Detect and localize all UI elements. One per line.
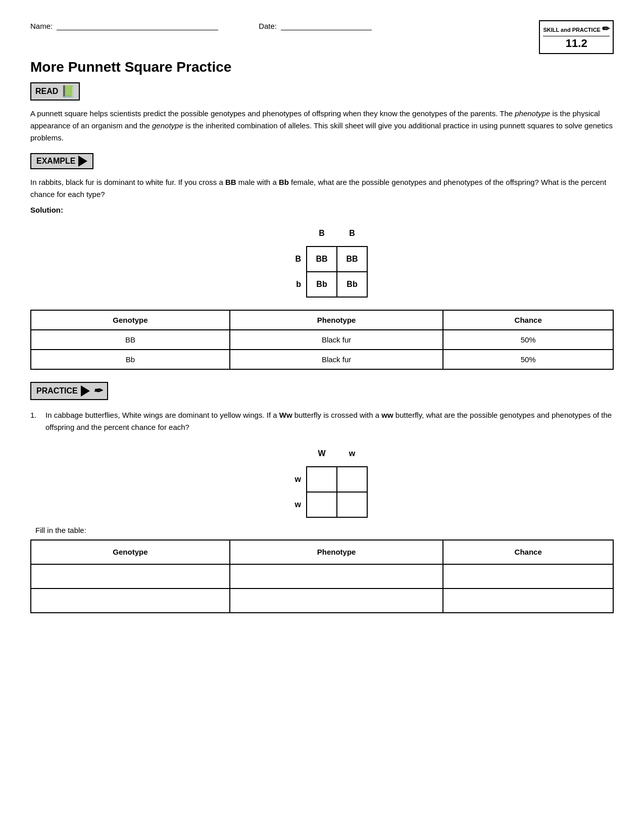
punnett-p1-row-label-2: w (276, 492, 307, 517)
punnett-example-area: B B B BB BB b Bb Bb (30, 221, 614, 298)
example-box: EXAMPLE (30, 153, 93, 169)
result-header-chance: Chance (443, 310, 613, 330)
result-row1-chance: 50% (443, 330, 613, 350)
fill-in-label: Fill in the table: (35, 526, 614, 534)
punnett-practice1-table: W w w w (276, 441, 368, 518)
practice1-row1-genotype (31, 564, 230, 588)
practice1-header-genotype: Genotype (31, 540, 230, 564)
result-header-phenotype: Phenotype (230, 310, 443, 330)
name-field: Name: (30, 20, 218, 30)
punnett-example-table: B B B BB BB b Bb Bb (276, 221, 368, 298)
punnett-corner (276, 221, 307, 247)
result-table-practice1: Genotype Phenotype Chance (30, 539, 614, 613)
punnett-cell-11: BB (307, 247, 337, 272)
read-box: READ 📗 (30, 82, 80, 101)
page-title: More Punnett Square Practice (30, 59, 614, 75)
practice-pencil-icon: ✒ (93, 384, 102, 398)
practice1-header-phenotype: Phenotype (230, 540, 443, 564)
example-problem: In rabbits, black fur is dominant to whi… (30, 176, 614, 201)
name-date-area: Name: Date: (30, 20, 539, 30)
skill-line2: PRACTICE (572, 27, 601, 33)
punnett-p1-cell-22 (337, 492, 367, 517)
practice-box: PRACTICE ✒ (30, 382, 108, 400)
skill-badge: SKILL and PRACTICE ✏ 11.2 (539, 20, 614, 54)
page-header: Name: Date: SKILL and PRACTICE ✏ 11.2 (30, 20, 614, 54)
result-row1-phenotype: Black fur (230, 330, 443, 350)
punnett-col-header-1: B (307, 221, 337, 247)
book-icon: 📗 (61, 85, 75, 98)
result-row2-chance: 50% (443, 350, 613, 369)
date-label: Date: (259, 22, 277, 30)
name-label: Name: (30, 22, 53, 30)
skill-line1: SKILL and (543, 27, 570, 33)
punnett-practice1-area: W w w w (30, 441, 614, 518)
punnett-p1-cell-12 (337, 467, 367, 492)
result-row2-phenotype: Black fur (230, 350, 443, 369)
punnett-p1-cell-11 (307, 467, 337, 492)
punnett-col-header-2: B (337, 221, 367, 247)
punnett-p1-col-header-2: w (337, 441, 367, 467)
skill-number: 11.2 (543, 36, 610, 51)
play-icon (78, 156, 87, 167)
practice-play-icon (81, 385, 90, 397)
practice1-row2-genotype (31, 588, 230, 613)
read-label: READ (35, 87, 58, 96)
date-field: Date: (259, 20, 372, 30)
punnett-row-label-2: b (276, 272, 307, 297)
intro-text: A punnett square helps scientists predic… (30, 108, 614, 144)
solution-label: Solution: (30, 206, 614, 214)
practice1-row1-phenotype (230, 564, 443, 588)
name-underline (57, 20, 218, 30)
pencil-icon: ✏ (602, 24, 610, 34)
result-row-1: BB Black fur 50% (31, 330, 613, 350)
result-row2-genotype: Bb (31, 350, 230, 369)
result-header-genotype: Genotype (31, 310, 230, 330)
practice1-header-chance: Chance (443, 540, 613, 564)
punnett-p1-cell-21 (307, 492, 337, 517)
punnett-row-label-1: B (276, 247, 307, 272)
practice1-row2-phenotype (230, 588, 443, 613)
practice1-row-2 (31, 588, 613, 613)
punnett-cell-21: Bb (307, 272, 337, 297)
practice-item-1: 1. In cabbage butterflies, White wings a… (30, 409, 614, 433)
practice1-row-1 (31, 564, 613, 588)
result-row-2: Bb Black fur 50% (31, 350, 613, 369)
example-label: EXAMPLE (36, 157, 75, 166)
result-table-example: Genotype Phenotype Chance BB Black fur 5… (30, 310, 614, 370)
practice-item-1-text: In cabbage butterflies, White wings are … (45, 409, 614, 433)
punnett-cell-22: Bb (337, 272, 367, 297)
result-row1-genotype: BB (31, 330, 230, 350)
practice-num-1: 1. (30, 409, 40, 433)
punnett-p1-col-header-1: W (307, 441, 337, 467)
practice1-row2-chance (443, 588, 613, 613)
practice1-row1-chance (443, 564, 613, 588)
date-underline (281, 20, 372, 30)
punnett-p1-corner (276, 441, 307, 467)
punnett-p1-row-label-1: w (276, 467, 307, 492)
practice-label: PRACTICE (36, 386, 78, 396)
punnett-cell-12: BB (337, 247, 367, 272)
